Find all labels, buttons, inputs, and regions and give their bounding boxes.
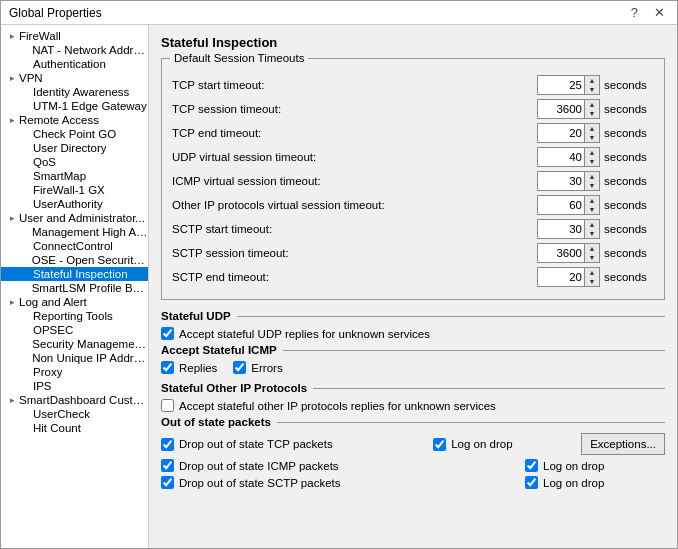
timeout-input-2[interactable] [537,123,585,143]
expander-icon-log-and-alert: ▸ [5,297,19,307]
spinner-up-4[interactable]: ▲ [585,172,599,181]
sidebar-label-remote-access: Remote Access [19,114,99,126]
sidebar-item-nat[interactable]: NAT - Network Addres... [1,43,148,57]
sidebar-item-ips[interactable]: IPS [1,379,148,393]
timeout-input-5[interactable] [537,195,585,215]
sidebar-item-proxy[interactable]: Proxy [1,365,148,379]
timeout-label-8: SCTP end timeout: [172,271,537,283]
timeout-unit-0: seconds [604,79,654,91]
icmp-checks: Replies Errors [161,361,665,378]
timeout-label-3: UDP virtual session timeout: [172,151,537,163]
sidebar-label-opsec: OPSEC [33,324,73,336]
spinner-buttons-5: ▲▼ [585,195,600,215]
spinner-up-5[interactable]: ▲ [585,196,599,205]
sidebar-item-smartlsm[interactable]: SmartLSM Profile Base... [1,281,148,295]
sidebar-label-checkpoint-go: Check Point GO [33,128,116,140]
sidebar-item-hit-count[interactable]: Hit Count [1,421,148,435]
timeout-input-0[interactable] [537,75,585,95]
spinner-up-8[interactable]: ▲ [585,268,599,277]
sidebar-item-user-authority[interactable]: UserAuthority [1,197,148,211]
timeout-input-7[interactable] [537,243,585,263]
close-button[interactable]: ✕ [650,5,669,20]
timeout-input-4[interactable] [537,171,585,191]
sidebar-item-qos[interactable]: QoS [1,155,148,169]
timeout-input-3[interactable] [537,147,585,167]
sidebar-item-non-unique-ip[interactable]: Non Unique IP Addres... [1,351,148,365]
spinner-wrapper-0: ▲▼ [537,75,600,95]
global-properties-window: Global Properties ? ✕ ▸FireWallNAT - Net… [0,0,678,549]
drop-right-checkbox-2[interactable] [525,476,538,489]
sidebar-item-connectcontrol[interactable]: ConnectControl [1,239,148,253]
spinner-up-1[interactable]: ▲ [585,100,599,109]
sidebar-label-qos: QoS [33,156,56,168]
sidebar-label-ose: OSE - Open Security E... [32,254,148,266]
expander-icon-firewall: ▸ [5,31,19,41]
sidebar-item-usercheck[interactable]: UserCheck [1,407,148,421]
sidebar-item-checkpoint-go[interactable]: Check Point GO [1,127,148,141]
timeout-row-3: UDP virtual session timeout:▲▼seconds [172,147,654,167]
help-button[interactable]: ? [627,5,642,20]
timeout-input-1[interactable] [537,99,585,119]
icmp-replies-row: Replies [161,361,217,374]
spinner-down-3[interactable]: ▼ [585,157,599,166]
sidebar-label-user-directory: User Directory [33,142,106,154]
sidebar-item-opsec[interactable]: OPSEC [1,323,148,337]
spinner-up-3[interactable]: ▲ [585,148,599,157]
sidebar-item-smartmap[interactable]: SmartMap [1,169,148,183]
sidebar-label-usercheck: UserCheck [33,408,90,420]
sidebar-label-stateful-inspection: Stateful Inspection [33,268,128,280]
stateful-other-label: Stateful Other IP Protocols [161,382,665,394]
icmp-replies-checkbox[interactable] [161,361,174,374]
spinner-up-0[interactable]: ▲ [585,76,599,85]
sidebar-item-user-directory[interactable]: User Directory [1,141,148,155]
spinner-up-6[interactable]: ▲ [585,220,599,229]
timeout-input-8[interactable] [537,267,585,287]
sidebar-item-log-and-alert[interactable]: ▸Log and Alert [1,295,148,309]
exceptions-button[interactable]: Exceptions... [581,433,665,455]
drop-left-checkbox-0[interactable] [161,438,174,451]
sidebar-item-reporting-tools[interactable]: Reporting Tools [1,309,148,323]
stateful-udp-checkbox[interactable] [161,327,174,340]
icmp-errors-checkbox[interactable] [233,361,246,374]
sidebar-item-identity-awareness[interactable]: Identity Awareness [1,85,148,99]
sidebar-label-smartdashboard: SmartDashboard Custo... [19,394,148,406]
spinner-up-2[interactable]: ▲ [585,124,599,133]
sidebar-item-user-admin[interactable]: ▸User and Administrator... [1,211,148,225]
drop-right-label-1: Log on drop [543,460,604,472]
expander-icon-remote-access: ▸ [5,115,19,125]
sidebar-item-authentication[interactable]: Authentication [1,57,148,71]
spinner-down-4[interactable]: ▼ [585,181,599,190]
sidebar-label-proxy: Proxy [33,366,62,378]
spinner-buttons-7: ▲▼ [585,243,600,263]
spinner-down-1[interactable]: ▼ [585,109,599,118]
expander-icon-user-admin: ▸ [5,213,19,223]
drop-right-checkbox-0[interactable] [433,438,446,451]
stateful-other-checkbox[interactable] [161,399,174,412]
sidebar-item-ose[interactable]: OSE - Open Security E... [1,253,148,267]
sidebar-item-security-mgmt[interactable]: Security Management... [1,337,148,351]
spinner-down-8[interactable]: ▼ [585,277,599,286]
timeout-row-6: SCTP start timeout:▲▼seconds [172,219,654,239]
sidebar-item-utm1-edge[interactable]: UTM-1 Edge Gateway [1,99,148,113]
sidebar-item-firewall[interactable]: ▸FireWall [1,29,148,43]
spinner-down-0[interactable]: ▼ [585,85,599,94]
sidebar-item-stateful-inspection[interactable]: Stateful Inspection [1,267,148,281]
spinner-down-5[interactable]: ▼ [585,205,599,214]
sidebar-item-smartdashboard[interactable]: ▸SmartDashboard Custo... [1,393,148,407]
sidebar-item-firewall-1-gx[interactable]: FireWall-1 GX [1,183,148,197]
sidebar-label-nat: NAT - Network Addres... [32,44,148,56]
drop-right-0: Log on drop [433,438,573,451]
sidebar-item-remote-access[interactable]: ▸Remote Access [1,113,148,127]
spinner-down-2[interactable]: ▼ [585,133,599,142]
spinner-down-6[interactable]: ▼ [585,229,599,238]
drop-left-2: Drop out of state SCTP packets [161,476,517,489]
sidebar-item-vpn[interactable]: ▸VPN [1,71,148,85]
sidebar-item-mgmt-ha[interactable]: Management High Ava... [1,225,148,239]
timeout-input-6[interactable] [537,219,585,239]
drop-left-checkbox-2[interactable] [161,476,174,489]
out-of-state-rows: Drop out of state TCP packetsLog on drop… [161,433,665,489]
drop-left-checkbox-1[interactable] [161,459,174,472]
spinner-down-7[interactable]: ▼ [585,253,599,262]
spinner-up-7[interactable]: ▲ [585,244,599,253]
drop-right-checkbox-1[interactable] [525,459,538,472]
